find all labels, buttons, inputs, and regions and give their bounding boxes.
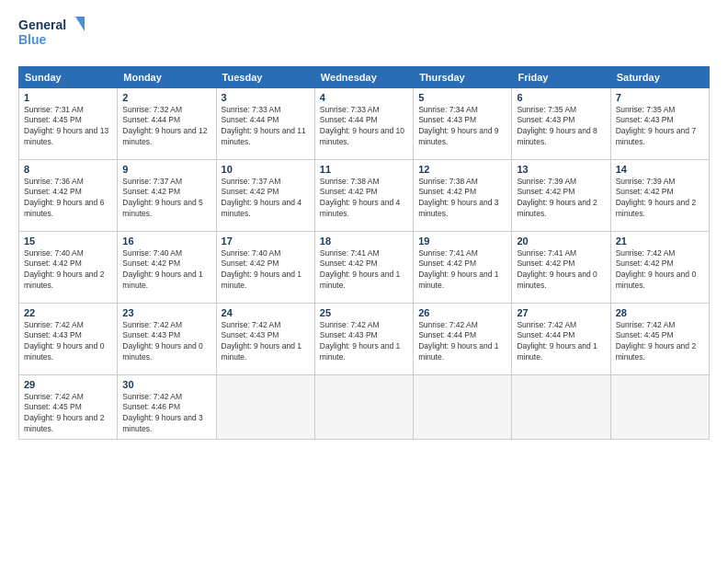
calendar-header-wednesday: Wednesday xyxy=(314,66,413,87)
day-info: Sunrise: 7:38 AMSunset: 4:42 PMDaylight:… xyxy=(418,177,506,221)
day-number: 20 xyxy=(517,236,605,247)
svg-marker-2 xyxy=(75,17,85,31)
calendar-cell: 20Sunrise: 7:41 AMSunset: 4:42 PMDayligh… xyxy=(512,231,610,303)
day-number: 1 xyxy=(24,92,112,103)
calendar-cell: 9Sunrise: 7:37 AMSunset: 4:42 PMDaylight… xyxy=(118,159,216,231)
day-info: Sunrise: 7:41 AMSunset: 4:42 PMDaylight:… xyxy=(418,248,506,293)
day-number: 29 xyxy=(24,379,112,390)
day-number: 14 xyxy=(616,164,704,175)
calendar-cell: 8Sunrise: 7:36 AMSunset: 4:42 PMDaylight… xyxy=(19,159,118,231)
day-number: 23 xyxy=(122,307,210,318)
day-number: 16 xyxy=(122,236,210,247)
day-number: 26 xyxy=(418,307,506,318)
day-info: Sunrise: 7:42 AMSunset: 4:45 PMDaylight:… xyxy=(616,320,704,364)
day-info: Sunrise: 7:39 AMSunset: 4:42 PMDaylight:… xyxy=(517,177,605,221)
day-info: Sunrise: 7:42 AMSunset: 4:43 PMDaylight:… xyxy=(24,320,112,364)
day-number: 12 xyxy=(418,164,506,175)
day-number: 8 xyxy=(24,164,112,175)
calendar-cell: 7Sunrise: 7:35 AMSunset: 4:43 PMDaylight… xyxy=(610,87,709,159)
logo-text: General Blue xyxy=(18,15,92,57)
day-info: Sunrise: 7:34 AMSunset: 4:43 PMDaylight:… xyxy=(418,105,506,149)
day-number: 15 xyxy=(24,236,112,247)
day-number: 18 xyxy=(320,236,408,247)
day-number: 21 xyxy=(616,236,704,247)
day-info: Sunrise: 7:36 AMSunset: 4:42 PMDaylight:… xyxy=(24,177,112,221)
day-info: Sunrise: 7:42 AMSunset: 4:46 PMDaylight:… xyxy=(122,392,210,436)
calendar-cell: 21Sunrise: 7:42 AMSunset: 4:42 PMDayligh… xyxy=(610,231,709,303)
logo: General Blue xyxy=(18,15,92,57)
day-info: Sunrise: 7:37 AMSunset: 4:42 PMDaylight:… xyxy=(222,177,310,221)
day-number: 13 xyxy=(517,164,605,175)
day-info: Sunrise: 7:33 AMSunset: 4:44 PMDaylight:… xyxy=(320,105,408,149)
calendar-cell: 2Sunrise: 7:32 AMSunset: 4:44 PMDaylight… xyxy=(118,87,216,159)
calendar-cell: 1Sunrise: 7:31 AMSunset: 4:45 PMDaylight… xyxy=(19,87,118,159)
calendar-cell: 22Sunrise: 7:42 AMSunset: 4:43 PMDayligh… xyxy=(19,303,118,374)
calendar-cell xyxy=(216,374,314,440)
day-number: 7 xyxy=(616,92,704,103)
calendar-week-row: 8Sunrise: 7:36 AMSunset: 4:42 PMDaylight… xyxy=(19,159,710,231)
day-info: Sunrise: 7:41 AMSunset: 4:42 PMDaylight:… xyxy=(320,248,408,293)
day-info: Sunrise: 7:38 AMSunset: 4:42 PMDaylight:… xyxy=(320,177,408,221)
day-number: 4 xyxy=(320,92,408,103)
calendar-cell xyxy=(610,374,709,440)
calendar-cell: 18Sunrise: 7:41 AMSunset: 4:42 PMDayligh… xyxy=(314,231,413,303)
day-number: 9 xyxy=(122,164,210,175)
day-info: Sunrise: 7:40 AMSunset: 4:42 PMDaylight:… xyxy=(24,248,112,293)
day-number: 30 xyxy=(122,379,210,390)
day-number: 11 xyxy=(320,164,408,175)
day-info: Sunrise: 7:40 AMSunset: 4:42 PMDaylight:… xyxy=(222,248,310,293)
page-header: General Blue xyxy=(18,15,710,57)
calendar-cell: 27Sunrise: 7:42 AMSunset: 4:44 PMDayligh… xyxy=(512,303,610,374)
day-info: Sunrise: 7:42 AMSunset: 4:43 PMDaylight:… xyxy=(320,320,408,364)
calendar-cell: 23Sunrise: 7:42 AMSunset: 4:43 PMDayligh… xyxy=(118,303,216,374)
calendar-cell: 4Sunrise: 7:33 AMSunset: 4:44 PMDaylight… xyxy=(314,87,413,159)
calendar-cell xyxy=(512,374,610,440)
calendar-cell: 25Sunrise: 7:42 AMSunset: 4:43 PMDayligh… xyxy=(314,303,413,374)
calendar-cell: 11Sunrise: 7:38 AMSunset: 4:42 PMDayligh… xyxy=(314,159,413,231)
day-info: Sunrise: 7:31 AMSunset: 4:45 PMDaylight:… xyxy=(24,105,112,149)
calendar-header-tuesday: Tuesday xyxy=(216,66,314,87)
calendar-cell: 12Sunrise: 7:38 AMSunset: 4:42 PMDayligh… xyxy=(414,159,512,231)
calendar-cell: 19Sunrise: 7:41 AMSunset: 4:42 PMDayligh… xyxy=(414,231,512,303)
calendar-cell: 10Sunrise: 7:37 AMSunset: 4:42 PMDayligh… xyxy=(216,159,314,231)
calendar-cell: 15Sunrise: 7:40 AMSunset: 4:42 PMDayligh… xyxy=(19,231,118,303)
calendar-cell: 24Sunrise: 7:42 AMSunset: 4:43 PMDayligh… xyxy=(216,303,314,374)
calendar-week-row: 29Sunrise: 7:42 AMSunset: 4:45 PMDayligh… xyxy=(19,374,710,440)
day-info: Sunrise: 7:41 AMSunset: 4:42 PMDaylight:… xyxy=(517,248,605,293)
day-info: Sunrise: 7:42 AMSunset: 4:44 PMDaylight:… xyxy=(517,320,605,364)
calendar-header-saturday: Saturday xyxy=(610,66,709,87)
day-info: Sunrise: 7:33 AMSunset: 4:44 PMDaylight:… xyxy=(222,105,310,149)
calendar-header-friday: Friday xyxy=(512,66,610,87)
day-number: 3 xyxy=(222,92,310,103)
calendar-table: SundayMondayTuesdayWednesdayThursdayFrid… xyxy=(18,66,710,441)
calendar-header-row: SundayMondayTuesdayWednesdayThursdayFrid… xyxy=(19,66,710,87)
svg-text:General: General xyxy=(18,17,66,32)
calendar-header-sunday: Sunday xyxy=(19,66,118,87)
day-number: 27 xyxy=(517,307,605,318)
calendar-cell: 13Sunrise: 7:39 AMSunset: 4:42 PMDayligh… xyxy=(512,159,610,231)
calendar-week-row: 1Sunrise: 7:31 AMSunset: 4:45 PMDaylight… xyxy=(19,87,710,159)
day-info: Sunrise: 7:35 AMSunset: 4:43 PMDaylight:… xyxy=(616,105,704,149)
svg-text:Blue: Blue xyxy=(18,32,47,47)
day-info: Sunrise: 7:35 AMSunset: 4:43 PMDaylight:… xyxy=(517,105,605,149)
calendar-cell: 3Sunrise: 7:33 AMSunset: 4:44 PMDaylight… xyxy=(216,87,314,159)
day-info: Sunrise: 7:37 AMSunset: 4:42 PMDaylight:… xyxy=(122,177,210,221)
calendar-cell: 28Sunrise: 7:42 AMSunset: 4:45 PMDayligh… xyxy=(610,303,709,374)
day-info: Sunrise: 7:42 AMSunset: 4:42 PMDaylight:… xyxy=(616,248,704,293)
day-info: Sunrise: 7:42 AMSunset: 4:43 PMDaylight:… xyxy=(122,320,210,364)
day-info: Sunrise: 7:32 AMSunset: 4:44 PMDaylight:… xyxy=(122,105,210,149)
day-info: Sunrise: 7:42 AMSunset: 4:44 PMDaylight:… xyxy=(418,320,506,364)
day-number: 2 xyxy=(122,92,210,103)
day-number: 22 xyxy=(24,307,112,318)
day-info: Sunrise: 7:39 AMSunset: 4:42 PMDaylight:… xyxy=(616,177,704,221)
calendar-header-thursday: Thursday xyxy=(414,66,512,87)
calendar-cell: 30Sunrise: 7:42 AMSunset: 4:46 PMDayligh… xyxy=(118,374,216,440)
calendar-cell: 29Sunrise: 7:42 AMSunset: 4:45 PMDayligh… xyxy=(19,374,118,440)
day-number: 10 xyxy=(222,164,310,175)
calendar-cell: 6Sunrise: 7:35 AMSunset: 4:43 PMDaylight… xyxy=(512,87,610,159)
calendar-cell xyxy=(314,374,413,440)
calendar-week-row: 22Sunrise: 7:42 AMSunset: 4:43 PMDayligh… xyxy=(19,303,710,374)
calendar-cell: 26Sunrise: 7:42 AMSunset: 4:44 PMDayligh… xyxy=(414,303,512,374)
day-number: 19 xyxy=(418,236,506,247)
day-number: 24 xyxy=(222,307,310,318)
